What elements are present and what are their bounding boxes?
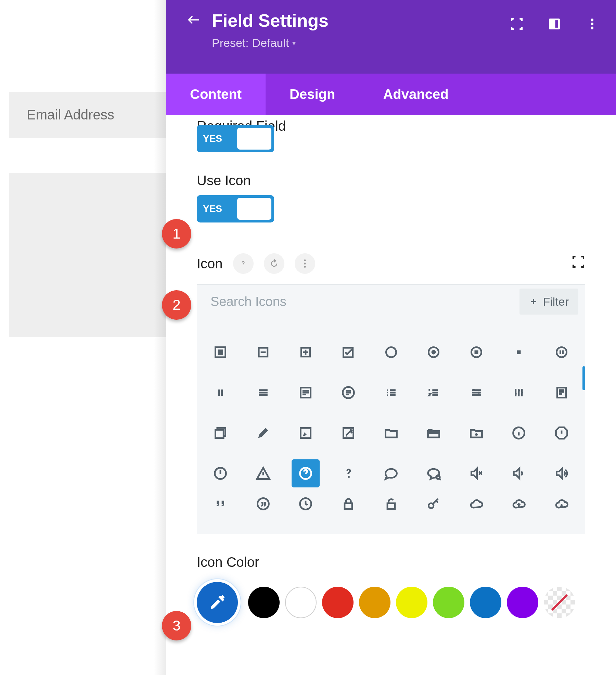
tab-design[interactable]: Design: [266, 74, 359, 115]
icon-color-label: Icon Color: [197, 555, 585, 570]
svg-point-15: [432, 350, 436, 355]
color-swatch-orange[interactable]: [359, 587, 390, 618]
lock-icon[interactable]: [334, 494, 362, 514]
annotation-2: 2: [162, 290, 191, 320]
volume-mute-icon[interactable]: [462, 459, 490, 487]
stop-circle-icon[interactable]: [462, 338, 490, 366]
alert-octagon-icon[interactable]: [548, 419, 576, 447]
color-swatch-transparent[interactable]: [544, 587, 575, 618]
list-circle-icon[interactable]: [334, 379, 362, 407]
folder-icon[interactable]: [377, 419, 405, 447]
folder-open-icon[interactable]: [420, 419, 448, 447]
svg-point-13: [386, 347, 396, 357]
check-square-icon[interactable]: [334, 338, 362, 366]
preset-dropdown[interactable]: Preset: Default ▾: [212, 36, 595, 50]
svg-point-29: [474, 394, 476, 396]
volume-low-icon[interactable]: [505, 459, 533, 487]
color-swatch-white[interactable]: [285, 587, 317, 618]
svg-rect-17: [474, 351, 478, 354]
use-icon-label: Use Icon: [197, 173, 585, 188]
color-swatch-black[interactable]: [248, 587, 280, 618]
annotation-1: 1: [162, 219, 191, 249]
dot-circle-icon[interactable]: [420, 338, 448, 366]
folder-plus-icon[interactable]: [462, 419, 490, 447]
pencil-icon[interactable]: [249, 419, 277, 447]
color-swatch-purple[interactable]: [507, 587, 538, 618]
icon-search-input[interactable]: [210, 294, 519, 309]
back-icon[interactable]: [187, 12, 202, 29]
equalizer-icon[interactable]: [505, 379, 533, 407]
stop-square-icon[interactable]: [206, 338, 234, 366]
icon-section-label: Icon: [197, 256, 223, 271]
preset-value: Default: [252, 36, 289, 50]
email-address-placeholder: Email Address: [27, 107, 114, 123]
toggle-knob: [237, 128, 271, 150]
focus-icon[interactable]: [510, 17, 524, 32]
filter-button-label: Filter: [543, 295, 569, 308]
color-swatch-yellow[interactable]: [396, 587, 427, 618]
article-icon[interactable]: [548, 379, 576, 407]
expand-icon[interactable]: [572, 255, 585, 270]
sliders-icon[interactable]: [462, 379, 490, 407]
bullet-list-icon[interactable]: [377, 379, 405, 407]
icon-grid: [197, 318, 585, 534]
annotation-3: 3: [162, 611, 191, 640]
chat-search-icon[interactable]: [420, 459, 448, 487]
svg-point-19: [556, 347, 566, 357]
plus-square-icon[interactable]: [292, 338, 320, 366]
svg-rect-21: [221, 390, 223, 396]
minus-square-icon[interactable]: [249, 338, 277, 366]
lines-icon[interactable]: [249, 379, 277, 407]
cloud-up-icon[interactable]: [505, 494, 533, 514]
warning-triangle-icon[interactable]: [249, 459, 277, 487]
reset-icon[interactable]: [264, 253, 284, 274]
quote-circle-icon[interactable]: [249, 494, 277, 514]
svg-point-45: [428, 503, 434, 508]
tab-content[interactable]: Content: [166, 74, 266, 115]
numbered-list-icon[interactable]: [420, 379, 448, 407]
svg-point-3: [591, 23, 593, 25]
color-swatch-green[interactable]: [433, 587, 464, 618]
question-circle-icon[interactable]: [292, 459, 320, 487]
svg-point-2: [591, 19, 593, 21]
svg-rect-34: [215, 430, 223, 438]
pause-icon[interactable]: [206, 379, 234, 407]
small-square-icon[interactable]: [505, 338, 533, 366]
more-icon[interactable]: [295, 253, 315, 274]
layout-icon[interactable]: [548, 17, 561, 32]
chat-icon[interactable]: [377, 459, 405, 487]
circle-icon[interactable]: [377, 338, 405, 366]
tab-advanced[interactable]: Advanced: [359, 74, 472, 115]
use-icon-toggle[interactable]: YES: [197, 195, 274, 222]
quote-close-icon[interactable]: [206, 494, 234, 514]
svg-rect-20: [218, 390, 220, 396]
more-icon[interactable]: [585, 17, 599, 32]
email-address-field[interactable]: Email Address: [9, 92, 166, 138]
volume-high-icon[interactable]: [548, 459, 576, 487]
eyedropper-button[interactable]: [197, 582, 238, 623]
edit-note-icon[interactable]: [334, 419, 362, 447]
svg-point-31: [518, 390, 520, 392]
question-mark-icon[interactable]: [334, 459, 362, 487]
color-swatch-blue[interactable]: [470, 587, 501, 618]
icon-grid-scrollbar[interactable]: [582, 366, 585, 390]
clock-icon[interactable]: [292, 494, 320, 514]
svg-point-25: [386, 392, 388, 393]
info-circle-icon[interactable]: [505, 419, 533, 447]
svg-rect-35: [301, 428, 311, 438]
cloud-down-icon[interactable]: [548, 494, 576, 514]
svg-point-32: [521, 392, 523, 394]
required-field-toggle[interactable]: YES: [197, 125, 274, 152]
help-icon[interactable]: ?: [233, 253, 254, 274]
pause-circle-icon[interactable]: [548, 338, 576, 366]
list-box-icon[interactable]: [292, 379, 320, 407]
use-icon-toggle-label: YES: [203, 203, 222, 214]
key-icon[interactable]: [420, 494, 448, 514]
unlock-icon[interactable]: [377, 494, 405, 514]
edit-square-icon[interactable]: [292, 419, 320, 447]
color-swatch-red[interactable]: [322, 587, 354, 618]
cloud-icon[interactable]: [462, 494, 490, 514]
filter-button[interactable]: Filter: [519, 289, 578, 315]
alert-circle-icon[interactable]: [206, 459, 234, 487]
stack-icon[interactable]: [206, 419, 234, 447]
